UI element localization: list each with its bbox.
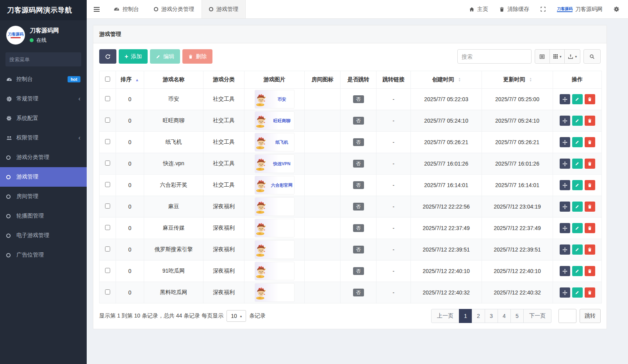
next-page-button[interactable]: 下一页 xyxy=(523,309,551,323)
column-header[interactable]: 房间图标 xyxy=(305,71,341,89)
game-image[interactable] xyxy=(255,198,294,216)
sidebar-item[interactable]: 房间管理 xyxy=(0,187,87,206)
game-image[interactable]: 快连VPN xyxy=(255,155,294,173)
move-row-button[interactable] xyxy=(560,287,570,298)
hamburger-menu-button[interactable] xyxy=(87,0,106,18)
page-jump-input[interactable] xyxy=(558,309,576,323)
delete-row-button[interactable] xyxy=(585,202,595,212)
topbar-tab[interactable]: 游戏分类管理 xyxy=(146,0,202,18)
export-button[interactable]: ▾ xyxy=(564,49,580,64)
delete-button[interactable]: 删除 xyxy=(182,49,212,64)
move-row-button[interactable] xyxy=(560,116,570,126)
column-header[interactable]: 更新时间 ▴▾ xyxy=(482,71,553,89)
sidebar-item[interactable]: 游戏分类管理 xyxy=(0,148,87,167)
prev-page-button[interactable]: 上一页 xyxy=(431,309,459,323)
brand-link[interactable]: 刀客源码 刀客源码网 xyxy=(557,6,603,13)
settings-button[interactable] xyxy=(614,6,619,12)
edit-row-button[interactable] xyxy=(572,159,583,169)
sidebar-item[interactable]: 电子游戏管理 xyxy=(0,226,87,245)
game-image[interactable]: 币安 xyxy=(255,90,294,108)
columns-button[interactable]: ▾ xyxy=(550,49,565,64)
search-button[interactable] xyxy=(583,49,601,64)
topbar-tab[interactable]: 控制台 xyxy=(106,0,146,18)
game-image[interactable]: 纸飞机 xyxy=(255,133,294,151)
column-header[interactable]: 是否跳转 xyxy=(341,71,376,89)
edit-row-button[interactable] xyxy=(572,287,583,298)
topbar-tab[interactable]: 游戏管理 xyxy=(202,0,246,18)
row-checkbox[interactable] xyxy=(105,139,110,144)
row-checkbox[interactable] xyxy=(105,161,110,166)
row-checkbox[interactable] xyxy=(105,118,110,123)
page-number-button[interactable]: 3 xyxy=(485,309,498,323)
row-checkbox[interactable] xyxy=(105,246,110,252)
search-input[interactable] xyxy=(457,49,532,64)
move-row-button[interactable] xyxy=(560,180,570,190)
move-row-button[interactable] xyxy=(560,94,570,104)
move-row-button[interactable] xyxy=(560,244,570,255)
move-row-button[interactable] xyxy=(560,159,570,169)
sidebar-item[interactable]: 系统配置 xyxy=(0,109,87,128)
sidebar-item[interactable]: 常规管理 ‹ xyxy=(0,89,87,109)
home-button[interactable]: 主页 xyxy=(469,6,488,13)
game-image[interactable] xyxy=(255,219,294,237)
game-image[interactable] xyxy=(255,262,294,280)
edit-row-button[interactable] xyxy=(572,202,583,212)
sidebar-item[interactable]: 轮播图管理 xyxy=(0,206,87,226)
column-header[interactable]: 游戏图片 xyxy=(244,71,305,89)
edit-row-button[interactable] xyxy=(572,116,583,126)
sidebar-search-input[interactable] xyxy=(9,57,78,62)
row-checkbox[interactable] xyxy=(105,96,110,101)
row-checkbox[interactable] xyxy=(105,182,110,187)
page-size-select[interactable]: 10 ▴ xyxy=(227,310,246,322)
sidebar-item[interactable]: 广告位管理 xyxy=(0,245,87,265)
column-header[interactable]: 游戏名称 xyxy=(144,71,203,89)
game-image[interactable] xyxy=(255,241,294,259)
detail-view-button[interactable] xyxy=(535,49,550,64)
clear-cache-button[interactable]: 清除缓存 xyxy=(499,6,529,13)
column-header[interactable]: 操作 xyxy=(553,71,602,89)
delete-row-button[interactable] xyxy=(585,159,595,169)
delete-row-button[interactable] xyxy=(585,244,595,255)
page-number-button[interactable]: 4 xyxy=(498,309,511,323)
edit-row-button[interactable] xyxy=(572,180,583,190)
row-checkbox[interactable] xyxy=(105,225,110,230)
edit-row-button[interactable] xyxy=(572,244,583,255)
delete-row-button[interactable] xyxy=(585,94,595,104)
page-number-button[interactable]: 5 xyxy=(510,309,524,323)
move-row-button[interactable] xyxy=(560,202,570,212)
game-image[interactable]: 六合彩官网 xyxy=(255,176,294,194)
edit-row-button[interactable] xyxy=(572,223,583,233)
column-header[interactable]: 跳转链接 xyxy=(376,71,411,89)
game-image[interactable] xyxy=(255,284,294,302)
row-checkbox[interactable] xyxy=(105,268,110,273)
row-checkbox[interactable] xyxy=(105,289,110,294)
page-jump-button[interactable]: 跳转 xyxy=(580,309,601,323)
delete-row-button[interactable] xyxy=(585,287,595,298)
move-row-button[interactable] xyxy=(560,223,570,233)
delete-row-button[interactable] xyxy=(585,180,595,190)
fullscreen-button[interactable] xyxy=(540,6,546,12)
sidebar-item[interactable]: 权限管理 ‹ xyxy=(0,128,87,148)
delete-row-button[interactable] xyxy=(585,116,595,126)
edit-row-button[interactable] xyxy=(572,94,583,104)
sort-toggle-icon[interactable]: ▴▾ xyxy=(459,77,460,82)
page-number-button[interactable]: 1 xyxy=(459,309,472,323)
row-checkbox[interactable] xyxy=(105,203,110,209)
delete-row-button[interactable] xyxy=(585,223,595,233)
sort-toggle-icon[interactable]: ▴▾ xyxy=(530,77,531,82)
column-header[interactable]: 游戏分类 xyxy=(203,71,244,89)
column-header[interactable]: 创建时间 ▴▾ xyxy=(411,71,482,89)
edit-row-button[interactable] xyxy=(572,137,583,147)
edit-row-button[interactable] xyxy=(572,266,583,276)
game-image[interactable]: 旺旺商聊 xyxy=(255,112,294,130)
sidebar-item[interactable]: 游戏管理 xyxy=(0,167,87,187)
page-number-button[interactable]: 2 xyxy=(472,309,485,323)
move-row-button[interactable] xyxy=(560,266,570,276)
sidebar-item[interactable]: 控制台 hot xyxy=(0,70,87,89)
add-button[interactable]: + 添加 xyxy=(119,49,148,64)
delete-row-button[interactable] xyxy=(585,266,595,276)
delete-row-button[interactable] xyxy=(585,137,595,147)
refresh-button[interactable] xyxy=(99,49,116,64)
edit-button[interactable]: 编辑 xyxy=(150,49,180,64)
select-all-checkbox[interactable] xyxy=(105,77,110,82)
